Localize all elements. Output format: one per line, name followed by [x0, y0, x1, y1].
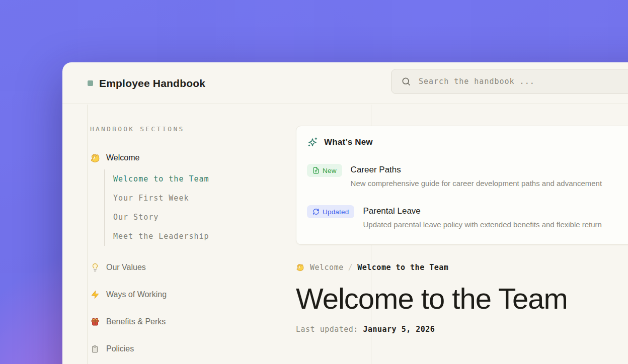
app-window: Employee Handbook Search the handbook ..… [62, 62, 628, 364]
whats-new-item-title: Parental Leave [363, 205, 601, 217]
whats-new-item-text: Career Paths New comprehensive guide for… [351, 164, 602, 189]
sidebar-section-our-values: Our Values [90, 262, 259, 273]
sidebar: HANDBOOK SECTIONS Welcome Welcome to the… [88, 105, 259, 354]
brand: Employee Handbook [88, 62, 205, 104]
sidebar-item-ways-of-working[interactable]: Ways of Working [90, 289, 259, 300]
app-header: Employee Handbook Search the handbook ..… [62, 62, 628, 104]
clipboard-icon [90, 344, 100, 354]
whats-new-title: What’s New [324, 137, 373, 147]
lightning-bolt-icon [90, 290, 100, 300]
sidebar-section-policies: Policies [90, 343, 259, 354]
sidebar-subitem-welcome-to-the-team[interactable]: Welcome to the Team [113, 169, 259, 189]
sidebar-item-benefits-perks[interactable]: Benefits & Perks [90, 316, 259, 327]
breadcrumb: Welcome / Welcome to the Team [296, 263, 628, 272]
whats-new-item-text: Parental Leave Updated parental leave po… [363, 205, 601, 230]
file-text-icon [312, 167, 320, 174]
sidebar-item-label: Our Values [106, 263, 146, 272]
sidebar-item-label: Benefits & Perks [106, 317, 166, 326]
gift-icon [90, 317, 100, 327]
breadcrumb-section[interactable]: Welcome [310, 263, 344, 272]
whats-new-item-career-paths[interactable]: New Career Paths New comprehensive guide… [307, 164, 628, 189]
sidebar-subitem-meet-the-leadership[interactable]: Meet the Leadership [113, 227, 259, 246]
sidebar-item-label: Welcome [106, 153, 139, 162]
whats-new-item-title: Career Paths [351, 164, 602, 176]
sparkles-icon [307, 137, 318, 148]
sidebar-section-welcome: Welcome Welcome to the Team Your First W… [90, 152, 259, 246]
sidebar-item-welcome[interactable]: Welcome [90, 152, 259, 163]
last-updated: Last updated: January 5, 2026 [296, 325, 628, 334]
page-title: Welcome to the Team [296, 283, 628, 315]
sidebar-section-benefits-perks: Benefits & Perks [90, 316, 259, 327]
badge-label: New [323, 167, 337, 174]
badge-label: Updated [323, 208, 349, 216]
sidebar-item-label: Ways of Working [106, 290, 167, 299]
sidebar-item-label: Policies [106, 344, 134, 353]
new-badge: New [307, 164, 342, 177]
search-input[interactable]: Search the handbook ... [391, 69, 628, 94]
whats-new-item-description: Updated parental leave policy with exten… [363, 219, 601, 230]
search-icon [401, 76, 411, 86]
whats-new-item-description: New comprehensive guide for career devel… [351, 178, 602, 189]
main-content: What’s New New Career Paths New comprehe… [296, 105, 628, 334]
sidebar-subitem-your-first-week[interactable]: Your First Week [113, 189, 259, 208]
sidebar-subitem-our-story[interactable]: Our Story [113, 208, 259, 227]
sidebar-sublist-welcome: Welcome to the Team Your First Week Our … [104, 169, 259, 246]
updated-badge: Updated [307, 205, 354, 218]
search-placeholder: Search the handbook ... [419, 77, 535, 86]
last-updated-date: January 5, 2026 [363, 325, 435, 334]
logo-icon [88, 80, 93, 86]
refresh-icon [312, 208, 320, 215]
last-updated-label: Last updated: [296, 325, 358, 334]
whats-new-header: What’s New [307, 137, 628, 148]
sidebar-item-policies[interactable]: Policies [90, 343, 259, 354]
waving-hand-icon [296, 263, 304, 272]
sidebar-heading: HANDBOOK SECTIONS [90, 125, 259, 133]
sidebar-item-our-values[interactable]: Our Values [90, 262, 259, 273]
whats-new-item-parental-leave[interactable]: Updated Parental Leave Updated parental … [307, 205, 628, 230]
waving-hand-icon [90, 153, 100, 163]
grid-rule-left [87, 105, 88, 364]
sidebar-section-ways-of-working: Ways of Working [90, 289, 259, 300]
whats-new-card: What’s New New Career Paths New comprehe… [296, 126, 628, 245]
breadcrumb-separator: / [348, 263, 353, 272]
light-bulb-icon [90, 263, 100, 272]
app-title: Employee Handbook [99, 77, 205, 89]
breadcrumb-page: Welcome to the Team [357, 263, 448, 272]
